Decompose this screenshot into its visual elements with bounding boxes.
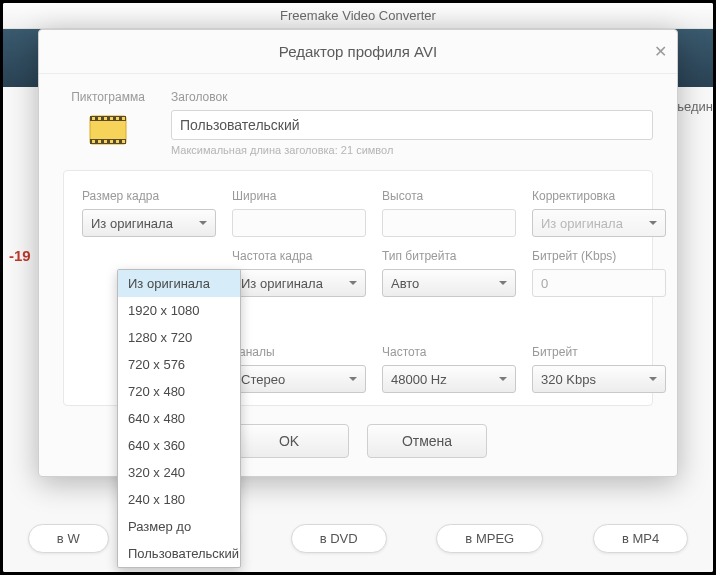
- frame-size-option[interactable]: 1920 x 1080: [118, 297, 240, 324]
- height-input: [382, 209, 516, 237]
- svg-rect-13: [116, 140, 119, 143]
- header-label: Заголовок: [171, 90, 653, 104]
- frame-size-option[interactable]: 720 x 576: [118, 351, 240, 378]
- frame-size-option[interactable]: 320 x 240: [118, 459, 240, 486]
- frame-size-select[interactable]: Из оригинала: [82, 209, 216, 237]
- svg-rect-10: [98, 140, 101, 143]
- freq-select[interactable]: 48000 Hz: [382, 365, 516, 393]
- svg-rect-5: [104, 117, 107, 120]
- fps-label: Частота кадра: [232, 249, 366, 263]
- video-bitrate-input: [532, 269, 666, 297]
- frame-size-option[interactable]: Пользовательский: [118, 540, 240, 567]
- svg-rect-4: [98, 117, 101, 120]
- frame-size-option[interactable]: Из оригинала: [118, 270, 240, 297]
- svg-rect-12: [110, 140, 113, 143]
- dialog-header: Редактор профиля AVI ✕: [39, 30, 677, 74]
- svg-rect-3: [92, 117, 95, 120]
- svg-rect-7: [116, 117, 119, 120]
- film-icon[interactable]: [88, 110, 128, 150]
- dialog-title: Редактор профиля AVI: [279, 43, 437, 60]
- svg-rect-11: [104, 140, 107, 143]
- pictogram-label: Пиктограмма: [63, 90, 153, 104]
- ok-button[interactable]: OK: [229, 424, 349, 458]
- title-hint: Максимальная длина заголовка: 21 символ: [171, 144, 653, 156]
- bitrate-type-select[interactable]: Авто: [382, 269, 516, 297]
- modal-overlay: Редактор профиля AVI ✕ Пиктограмма: [3, 3, 713, 572]
- svg-rect-8: [122, 117, 125, 120]
- svg-rect-6: [110, 117, 113, 120]
- frame-size-dropdown[interactable]: Из оригинала1920 x 10801280 x 720720 x 5…: [117, 269, 241, 568]
- fps-select[interactable]: Из оригинала: [232, 269, 366, 297]
- pictogram-column: Пиктограмма: [63, 90, 153, 156]
- adjust-label: Корректировка: [532, 189, 666, 203]
- app-window: Freemake Video Converter -19 в W pple в …: [3, 3, 713, 572]
- frame-size-option[interactable]: 240 x 180: [118, 486, 240, 513]
- frame-size-option[interactable]: 1280 x 720: [118, 324, 240, 351]
- frame-size-option[interactable]: 720 x 480: [118, 378, 240, 405]
- height-label: Высота: [382, 189, 516, 203]
- width-input: [232, 209, 366, 237]
- frame-size-label: Размер кадра: [82, 189, 216, 203]
- bitrate-type-label: Тип битрейта: [382, 249, 516, 263]
- channels-label: Каналы: [232, 345, 366, 359]
- svg-rect-2: [90, 139, 126, 144]
- profile-title-input[interactable]: [171, 110, 653, 140]
- audio-bitrate-select[interactable]: 320 Kbps: [532, 365, 666, 393]
- svg-rect-14: [122, 140, 125, 143]
- width-label: Ширина: [232, 189, 366, 203]
- video-bitrate-label: Битрейт (Kbps): [532, 249, 666, 263]
- frame-size-option[interactable]: Размер до: [118, 513, 240, 540]
- close-icon[interactable]: ✕: [654, 30, 667, 74]
- channels-select[interactable]: Стерео: [232, 365, 366, 393]
- svg-rect-1: [90, 116, 126, 121]
- adjust-select: Из оригинала: [532, 209, 666, 237]
- title-column: Заголовок Максимальная длина заголовка: …: [171, 90, 653, 156]
- svg-rect-9: [92, 140, 95, 143]
- freq-label: Частота: [382, 345, 516, 359]
- frame-size-option[interactable]: 640 x 360: [118, 432, 240, 459]
- cancel-button[interactable]: Отмена: [367, 424, 487, 458]
- audio-bitrate-label: Битрейт: [532, 345, 666, 359]
- frame-size-option[interactable]: 640 x 480: [118, 405, 240, 432]
